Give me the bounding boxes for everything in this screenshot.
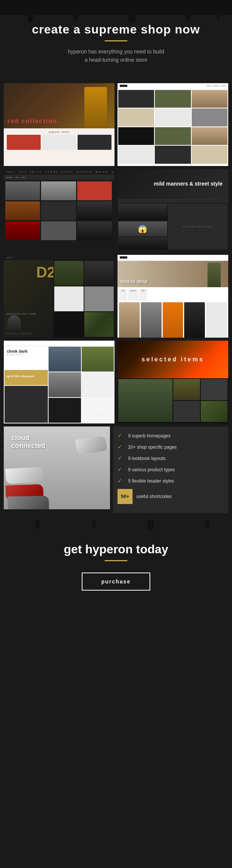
screenshots-grid: red collection popular items — [0, 79, 232, 520]
demo-6-categories-row: men women kids — [118, 287, 228, 302]
demo-8-side-items — [173, 379, 227, 422]
demo-7-brand-name: chmk dark — [7, 349, 46, 353]
demo-4-scream-cell: 😱 — [118, 221, 167, 236]
demo-3-scroll-text: vast. evil spirit. shady intent. prowler… — [4, 169, 114, 175]
demo-3-product-list — [4, 180, 114, 242]
demo-1-screenshot: red collection popular items — [4, 83, 114, 166]
demo-3-nav-item-2: new — [15, 176, 19, 178]
demo-3-product-jacket2 — [77, 221, 112, 240]
feature-item-3: ✓ 9 lookbook layouts — [118, 455, 224, 462]
demo-2-logo — [120, 85, 127, 87]
demo-7-item-icons: 🛡 ✓ — [82, 398, 114, 423]
demo-5-darkness-label: darkness over load — [7, 312, 36, 315]
demo-6-cat-women: women — [128, 289, 139, 301]
demo-7-discount-box: up to 50% discount — [5, 370, 48, 385]
demo-6-person-4 — [184, 302, 205, 338]
demo-3-nav-item-3: sale — [22, 176, 25, 178]
svg-point-4 — [186, 8, 191, 22]
demo-4-brand-text: mild manners & street style — [154, 181, 223, 187]
demo-6-hero-banner: time to shop — [118, 261, 228, 287]
demo-3-product-hoodie — [5, 181, 40, 200]
grid-row-3: hyperon D2 darkness over load darkness o… — [4, 255, 228, 338]
demo-6-person-1 — [119, 302, 140, 338]
demo-2-product-12 — [192, 146, 227, 164]
grid-row-4: chmk dark classics up to 50% discount — [4, 341, 228, 423]
demo-2-nav-1 — [206, 85, 212, 87]
demo-1-item-2 — [42, 135, 76, 150]
demo-2-product-grid — [118, 89, 228, 164]
hero-subtitle-line2: a head-turning online store — [15, 56, 217, 64]
demo-6-cat-kids: kids — [139, 289, 147, 301]
demo-2-product-7 — [118, 127, 154, 145]
demo-2-product-4 — [118, 108, 154, 126]
demo-4-left-col: 😱 — [118, 204, 167, 250]
demo-9-shoe-1 — [75, 436, 107, 455]
demo-3-product-shoes — [41, 181, 76, 200]
demo-7-item-jacket — [49, 347, 81, 372]
purchase-button[interactable]: purchase — [82, 573, 150, 591]
svg-point-5 — [217, 11, 220, 20]
demo-6-hero-text: time to shop — [121, 279, 147, 284]
hero-title: create a supreme shop now — [15, 23, 217, 37]
demo-7-shoes-box — [5, 386, 48, 423]
demo-6-person-figure — [208, 263, 221, 287]
demo-7-item-olive — [82, 347, 114, 372]
shortcodes-label: useful shortcodes — [136, 494, 172, 499]
demo-7-icon-check: ✓ — [98, 407, 103, 414]
demo-8-logo-tag: THRB — [214, 344, 225, 347]
demo-2-product-1 — [118, 90, 154, 108]
feature-text-1: 9 superb homepages — [128, 433, 171, 439]
demo-5-logo: hyperon — [6, 256, 13, 259]
feature-item-1: ✓ 9 superb homepages — [118, 432, 224, 439]
demo-8-side-2 — [201, 379, 227, 400]
demo-4-bottom-section: 😱 stealth materials — [118, 203, 228, 250]
demo-1-item-3 — [78, 135, 111, 150]
svg-point-1 — [27, 8, 33, 23]
demo-7-screenshot: chmk dark classics up to 50% discount — [4, 341, 114, 423]
demo-5-product-6 — [84, 312, 114, 337]
demo-3-product-pants — [41, 201, 76, 220]
demo-2-product-10 — [118, 146, 154, 164]
check-icon-4: ✓ — [118, 466, 124, 473]
demo-4-black-cell-1 — [118, 204, 167, 221]
demo-5-darkness-label2: darkness overload — [7, 332, 32, 335]
feature-text-5: 5 flexible header styles — [128, 478, 174, 484]
feature-item-5: ✓ 5 flexible header styles — [118, 478, 224, 484]
demo-3-product-red — [5, 221, 40, 240]
hero-subtitle-line1: hyperon has everything you need to build — [15, 47, 217, 56]
shortcodes-item: 50+ useful shortcodes — [118, 489, 224, 504]
demo-4-stealth-cell: stealth materials — [168, 204, 227, 250]
demo-7-container: chmk dark classics up to 50% discount — [4, 341, 114, 423]
demo-7-discount-text: up to 50% discount — [6, 375, 34, 378]
demo-7-brand-box: chmk dark classics — [5, 347, 48, 369]
demo-4-top-banner: mild manners & street style — [118, 169, 228, 199]
footer-cta-section: get hyperon today purchase — [0, 520, 232, 609]
feature-text-2: 20+ shop specific pages — [128, 445, 177, 450]
demo-8-fire-banner: selected items THRB — [118, 341, 228, 378]
demo-7-left-col: chmk dark classics up to 50% discount — [5, 347, 48, 423]
demo-7-item-person — [49, 372, 81, 397]
shortcodes-count: 50+ — [118, 489, 133, 504]
demo-2-product-6 — [192, 108, 227, 126]
demo-5-content: D2 darkness over load darkness overload — [4, 260, 114, 338]
check-icon-5: ✓ — [118, 478, 124, 484]
demo-4-screenshot: mild manners & street style 😱 stealth ma… — [118, 169, 228, 252]
demo-7-right-col: 🛡 ✓ — [49, 347, 114, 423]
demo-5-product-3 — [54, 286, 84, 311]
svg-point-8 — [147, 520, 154, 531]
demo-5-left: D2 darkness over load darkness overload — [4, 260, 53, 338]
demo-2-product-5 — [155, 108, 191, 126]
demo-1-container: red collection popular items — [4, 83, 114, 166]
hero-section: create a supreme shop now hyperon has ev… — [0, 0, 232, 79]
demo-3-product-shoes2 — [5, 201, 40, 220]
demo-5-header: hyperon — [4, 255, 114, 260]
demo-8-side-3 — [173, 401, 200, 422]
demo-5-container: hyperon D2 darkness over load darkness o… — [4, 255, 114, 338]
demo-5-product-5 — [54, 312, 84, 337]
demo-5-d2-text: D2 — [36, 264, 53, 281]
demo-5-right — [53, 260, 114, 338]
demo-7-header — [4, 341, 114, 346]
demo-2-nav — [206, 85, 226, 87]
svg-point-7 — [92, 520, 96, 528]
demo-2-product-3 — [192, 90, 227, 108]
